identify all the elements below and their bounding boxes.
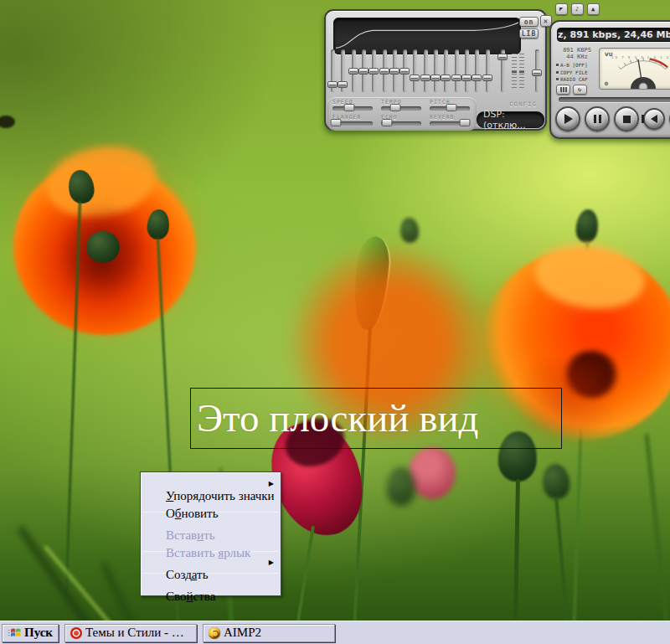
eq-band-handle[interactable] — [389, 68, 399, 75]
effects-grid: SPEEDTEMPOPITCHFLANGERECHOREVERB — [332, 99, 473, 129]
eq-band-slider[interactable] — [352, 49, 356, 92]
play-icon — [564, 114, 573, 124]
corner-arrow-icon[interactable]: ◤ — [555, 3, 568, 15]
eq-band-handle[interactable] — [441, 75, 451, 81]
spectrum-button[interactable] — [556, 85, 570, 95]
menu-item-arrange-icons[interactable]: Упорядочить значки ▶ — [142, 475, 280, 492]
effect-handle[interactable] — [389, 104, 400, 111]
previous-icon — [651, 115, 657, 123]
previous-button[interactable] — [643, 108, 665, 130]
eq-band-slider[interactable] — [362, 49, 366, 92]
eq-preamp-handle[interactable] — [497, 54, 508, 60]
caption-box: Это плоский вид — [190, 388, 562, 449]
desktop: { "desktop": { "caption": "Это плоский в… — [0, 0, 670, 644]
ab-repeat-flag[interactable]: A-B [OFF] — [556, 62, 598, 68]
vu-screw-icon — [605, 82, 609, 86]
eq-band-handle[interactable] — [327, 81, 338, 88]
effect-tempo: TEMPO — [381, 99, 425, 114]
player-window: Iz, 891 kbps, 24,46 Mb ::. 891 KBPS 44 K… — [549, 20, 670, 139]
eq-band-handle[interactable] — [368, 68, 379, 75]
config-label[interactable]: CONFIG — [509, 100, 537, 108]
eq-band-slider[interactable] — [455, 49, 459, 92]
seek-bar[interactable] — [559, 97, 670, 102]
eq-band-handle[interactable] — [482, 75, 492, 81]
submenu-arrow-icon: ▶ — [269, 554, 274, 571]
eq-band-slider[interactable] — [444, 49, 448, 92]
eq-band-slider[interactable] — [383, 49, 387, 92]
effect-slider[interactable] — [381, 106, 421, 111]
eq-band-handle[interactable] — [379, 68, 389, 75]
bars-icon — [560, 87, 567, 92]
menu-item-properties[interactable]: Свойства — [142, 575, 280, 593]
transport-controls — [555, 106, 670, 131]
menu-item-paste[interactable]: Вставить — [142, 514, 280, 532]
dsp-on-button[interactable]: on — [519, 17, 539, 27]
eq-volume-slider[interactable] — [535, 49, 539, 92]
eq-band-slider[interactable] — [434, 49, 438, 92]
start-button[interactable]: Пуск — [2, 624, 59, 642]
task-label: AIMP2 — [224, 626, 261, 640]
marquee-text: Iz, 891 kbps, 24,46 Mb ::. — [558, 29, 670, 40]
dsp-status-display[interactable]: DSP:(отклю... — [477, 111, 544, 128]
eq-band-handle[interactable] — [472, 75, 482, 81]
task-label: Темы и Стили - Кл... — [85, 626, 191, 640]
eq-band-slider[interactable] — [393, 49, 397, 92]
effect-handle[interactable] — [381, 119, 392, 126]
eq-band-slider[interactable] — [413, 49, 417, 92]
effect-handle[interactable] — [344, 104, 355, 111]
effect-slider[interactable] — [430, 121, 470, 126]
pause-button[interactable] — [585, 106, 610, 131]
taskbar-task-opera[interactable]: Темы и Стили - Кл... — [64, 624, 197, 642]
eq-band-handle[interactable] — [358, 68, 368, 75]
vu-scale-numbers: 10 7 5 3 2 1 0 1 2 3 — [611, 55, 670, 59]
eq-band-handle[interactable] — [430, 75, 441, 81]
menu-item-create[interactable]: Создать ▶ — [142, 554, 280, 571]
radio-cap-flag[interactable]: RADIO CAP — [556, 76, 598, 82]
eq-band-slider[interactable] — [475, 49, 479, 92]
loop-button[interactable]: ↻ — [573, 85, 587, 95]
dsp-lib-button[interactable]: LIB — [519, 28, 539, 39]
eq-band-handle[interactable] — [410, 75, 420, 81]
effects-panel: SPEEDTEMPOPITCHFLANGERECHOREVERB — [327, 97, 477, 131]
effect-handle[interactable] — [446, 104, 457, 111]
eq-band-slider[interactable] — [486, 49, 490, 92]
stop-button[interactable] — [614, 106, 639, 131]
play-button[interactable] — [555, 106, 580, 131]
eq-band-slider[interactable] — [341, 49, 345, 92]
effect-handle[interactable] — [460, 119, 471, 126]
eq-band-slider[interactable] — [465, 49, 469, 92]
eq-tick-scale — [512, 51, 524, 90]
effect-echo: ECHO — [381, 114, 425, 129]
taskbar-task-aimp[interactable]: AIMP2 — [203, 624, 335, 642]
eq-band-slider[interactable] — [331, 49, 335, 92]
bitrate-readout: 891 KBPS — [556, 47, 598, 54]
eq-band-slider[interactable] — [403, 49, 407, 92]
eject-icon[interactable]: ▲ — [587, 3, 600, 15]
effect-reverb: REVERB — [430, 114, 473, 129]
player-info-panel: 891 KBPS 44 KHz A-B [OFF] COPY FILE RADI… — [556, 47, 598, 95]
eq-band-handle[interactable] — [348, 68, 358, 75]
wallpaper-pod — [387, 467, 415, 506]
eq-preamp-slider[interactable] — [501, 49, 505, 92]
wallpaper-pod — [541, 462, 571, 500]
eq-band-slider[interactable] — [424, 49, 428, 92]
wallpaper-stem — [513, 479, 520, 644]
tools-icon[interactable]: ♪ — [571, 3, 584, 15]
eq-band-handle[interactable] — [451, 75, 461, 81]
flag-bullet-icon — [556, 78, 559, 80]
eq-band-handle[interactable] — [338, 81, 348, 88]
effect-slider[interactable] — [381, 121, 421, 126]
effect-slider[interactable] — [332, 106, 373, 111]
eq-band-handle[interactable] — [399, 68, 410, 75]
eq-band-handle[interactable] — [461, 75, 472, 81]
menu-item-refresh[interactable]: Обновить — [142, 492, 280, 510]
eq-band-slider[interactable] — [372, 49, 376, 92]
copy-file-flag[interactable]: COPY FILE — [556, 70, 598, 75]
eq-band-handle[interactable] — [420, 75, 430, 81]
effect-slider[interactable] — [430, 106, 470, 111]
windows-logo-icon — [8, 626, 21, 639]
effect-slider[interactable] — [332, 121, 373, 126]
menu-item-paste-shortcut[interactable]: Вставить ярлык — [142, 532, 280, 549]
effect-handle[interactable] — [330, 119, 341, 126]
eq-volume-handle[interactable] — [532, 70, 542, 76]
